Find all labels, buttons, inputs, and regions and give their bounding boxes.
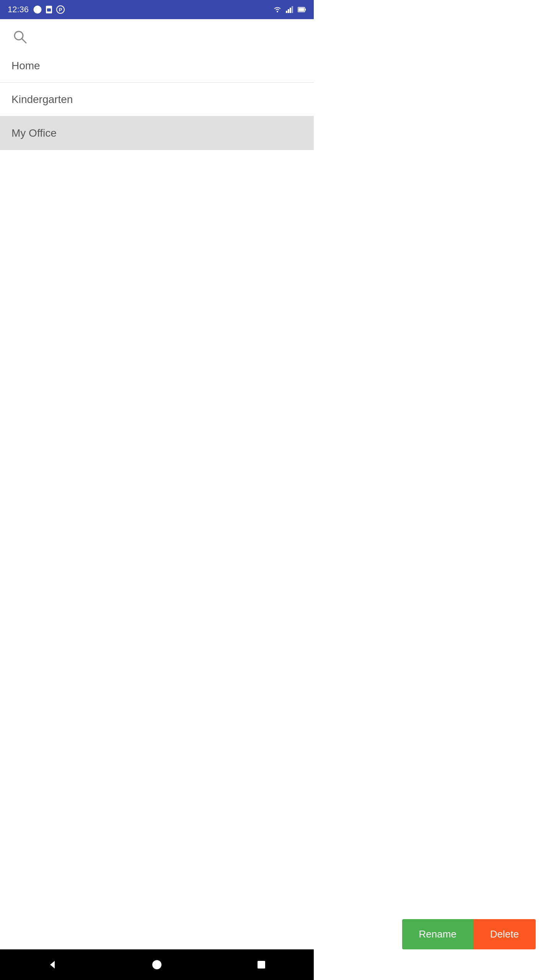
sim-icon	[45, 5, 53, 14]
svg-rect-7	[288, 9, 289, 13]
list-container: Home Kindergarten My Office	[0, 49, 314, 567]
list-item-home[interactable]: Home	[0, 49, 314, 83]
svg-rect-11	[305, 8, 306, 10]
svg-point-5	[277, 11, 278, 13]
svg-point-0	[34, 6, 41, 13]
svg-rect-6	[286, 11, 287, 13]
circle-icon	[33, 5, 42, 14]
p-icon: P	[56, 5, 65, 14]
list-item-kindergarten[interactable]: Kindergarten	[0, 83, 314, 116]
svg-text:P: P	[59, 7, 62, 13]
wifi-icon	[273, 5, 282, 14]
svg-rect-8	[290, 8, 291, 13]
search-area[interactable]	[0, 19, 314, 49]
status-time: 12:36	[8, 5, 29, 15]
svg-line-14	[22, 39, 26, 43]
list-item-my-office[interactable]: My Office	[0, 116, 314, 150]
status-bar: 12:36 P	[0, 0, 314, 19]
svg-rect-12	[298, 8, 304, 11]
search-icon[interactable]	[11, 28, 28, 45]
list-item-my-office-label: My Office	[11, 127, 57, 139]
status-icons: P	[33, 5, 65, 14]
signal-icon	[285, 5, 294, 14]
list-item-kindergarten-label: Kindergarten	[11, 93, 73, 106]
svg-rect-9	[292, 6, 293, 13]
battery-icon	[298, 5, 306, 14]
svg-rect-2	[47, 8, 51, 11]
status-right	[273, 5, 306, 14]
status-left: 12:36 P	[8, 5, 65, 15]
list-item-home-label: Home	[11, 60, 40, 72]
